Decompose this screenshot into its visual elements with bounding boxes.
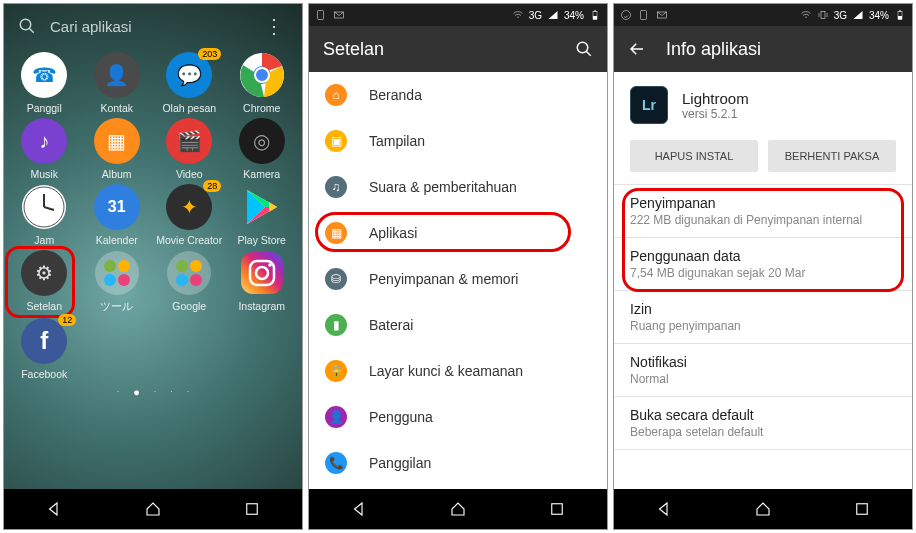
app-label: Album — [82, 168, 152, 180]
svg-point-12 — [104, 274, 116, 286]
home-nav-icon[interactable] — [144, 500, 162, 518]
storage-row[interactable]: ⛁Penyimpanan & memori — [309, 256, 607, 302]
settings-app[interactable]: ⚙Setelan — [8, 250, 80, 314]
users-row[interactable]: 👤Pengguna — [309, 394, 607, 440]
recent-nav-icon[interactable] — [853, 500, 871, 518]
sound-row-icon: ♫ — [325, 176, 347, 198]
app-label: Google — [154, 300, 224, 312]
row-label: Tampilan — [369, 133, 425, 149]
play-store-app[interactable]: Play Store — [226, 184, 298, 246]
google-folder-app[interactable]: Google — [153, 250, 225, 314]
battery-label: 34% — [869, 10, 889, 21]
search-row[interactable]: Cari aplikasi ⋮ — [4, 4, 302, 44]
app-label: Chrome — [227, 102, 297, 114]
video-icon: 🎬 — [166, 118, 212, 164]
app-label: Kontak — [82, 102, 152, 114]
svg-point-15 — [176, 260, 188, 272]
call-row[interactable]: 📞Panggilan — [309, 440, 607, 486]
row-label: Suara & pemberitahuan — [369, 179, 517, 195]
calendar-app[interactable]: 31Kalender — [81, 184, 153, 246]
force-stop-button[interactable]: BERHENTI PAKSA — [768, 140, 896, 172]
apps-row[interactable]: ▦Aplikasi — [309, 210, 607, 256]
phone-app[interactable]: ☎Panggil — [8, 52, 80, 114]
notifications-row[interactable]: NotifikasiNormal — [614, 344, 912, 396]
recent-nav-icon[interactable] — [243, 500, 261, 518]
album-app[interactable]: ▦Album — [81, 118, 153, 180]
navbar — [614, 489, 912, 529]
back-nav-icon[interactable] — [655, 500, 673, 518]
play-store-icon — [239, 184, 285, 230]
search-icon[interactable] — [575, 40, 593, 58]
lock-row-icon: 🔒 — [325, 360, 347, 382]
svg-rect-39 — [898, 16, 902, 20]
svg-rect-23 — [247, 504, 258, 515]
row-title: Penggunaan data — [630, 248, 896, 264]
call-row-icon: 📞 — [325, 452, 347, 474]
app-label: Movie Creator — [154, 234, 224, 246]
permissions-row[interactable]: IzinRuang penyimpanan — [614, 291, 912, 343]
display-row[interactable]: ▣Tampilan — [309, 118, 607, 164]
music-icon: ♪ — [21, 118, 67, 164]
back-nav-icon[interactable] — [45, 500, 63, 518]
row-subtitle: Ruang penyimpanan — [630, 319, 896, 333]
navbar — [309, 489, 607, 529]
app-label: Setelan — [9, 300, 79, 312]
video-app[interactable]: 🎬Video — [153, 118, 225, 180]
messaging-app[interactable]: 💬Olah pesan203 — [153, 52, 225, 114]
svg-point-13 — [118, 274, 130, 286]
back-icon[interactable] — [628, 40, 646, 58]
recent-nav-icon[interactable] — [548, 500, 566, 518]
tutorial-highlight — [315, 212, 571, 252]
contacts-app[interactable]: 👤Kontak — [81, 52, 153, 114]
instagram-app[interactable]: Instagram — [226, 250, 298, 314]
svg-point-14 — [167, 251, 211, 295]
camera-app[interactable]: ◎Kamera — [226, 118, 298, 180]
lightroom-icon: Lr — [630, 86, 668, 124]
battery-label: 34% — [564, 10, 584, 21]
camera-icon: ◎ — [239, 118, 285, 164]
google-folder-icon — [166, 250, 212, 296]
uninstall-button[interactable]: HAPUS INSTAL — [630, 140, 758, 172]
svg-point-11 — [118, 260, 130, 272]
phone-apps-drawer: Cari aplikasi ⋮ ☎Panggil👤Kontak💬Olah pes… — [3, 3, 303, 530]
svg-rect-31 — [552, 504, 563, 515]
app-info-title: Info aplikasi — [666, 39, 898, 60]
data-usage-row[interactable]: Penggunaan data7,54 MB digunakan sejak 2… — [614, 238, 912, 290]
app-label: Panggil — [9, 102, 79, 114]
home-nav-icon[interactable] — [754, 500, 772, 518]
row-title: Notifikasi — [630, 354, 896, 370]
sound-row[interactable]: ♫Suara & pemberitahuan — [309, 164, 607, 210]
back-nav-icon[interactable] — [350, 500, 368, 518]
apps-row-icon: ▦ — [325, 222, 347, 244]
battery-row[interactable]: ▮Baterai — [309, 302, 607, 348]
tools-folder-app[interactable]: ツール — [81, 250, 153, 314]
app-summary: Lr Lightroom versi 5.2.1 — [614, 72, 912, 134]
phone-settings-list: 3G 34% Setelan ⌂Beranda▣Tampilan♫Suara &… — [308, 3, 608, 530]
page-indicator: ·●··· — [4, 386, 302, 398]
svg-line-30 — [586, 51, 591, 56]
lock-row[interactable]: 🔒Layar kunci & keamanan — [309, 348, 607, 394]
music-app[interactable]: ♪Musik — [8, 118, 80, 180]
svg-point-32 — [622, 11, 631, 20]
battery-icon — [589, 9, 601, 21]
app-info-header: Info aplikasi — [614, 26, 912, 72]
tools-folder-icon — [94, 250, 140, 296]
home-row[interactable]: ⌂Beranda — [309, 72, 607, 118]
storage-row[interactable]: Penyimpanan222 MB digunakan di Penyimpan… — [614, 185, 912, 237]
overflow-menu-icon[interactable]: ⋮ — [260, 14, 288, 38]
chrome-app[interactable]: Chrome — [226, 52, 298, 114]
clock-app[interactable]: Jam — [8, 184, 80, 246]
open-default-row[interactable]: Buka secara defaultBeberapa setelan defa… — [614, 397, 912, 449]
row-label: Pengguna — [369, 409, 433, 425]
contacts-icon: 👤 — [94, 52, 140, 98]
row-subtitle: Normal — [630, 372, 896, 386]
sim-icon — [315, 9, 327, 21]
wifi-icon — [800, 9, 812, 21]
movie-creator-app[interactable]: ✦Movie Creator28 — [153, 184, 225, 246]
action-buttons: HAPUS INSTAL BERHENTI PAKSA — [614, 134, 912, 184]
facebook-app[interactable]: fFacebook12 — [8, 318, 80, 380]
vibrate-icon — [817, 9, 829, 21]
home-nav-icon[interactable] — [449, 500, 467, 518]
battery-icon — [894, 9, 906, 21]
settings-title: Setelan — [323, 39, 555, 60]
